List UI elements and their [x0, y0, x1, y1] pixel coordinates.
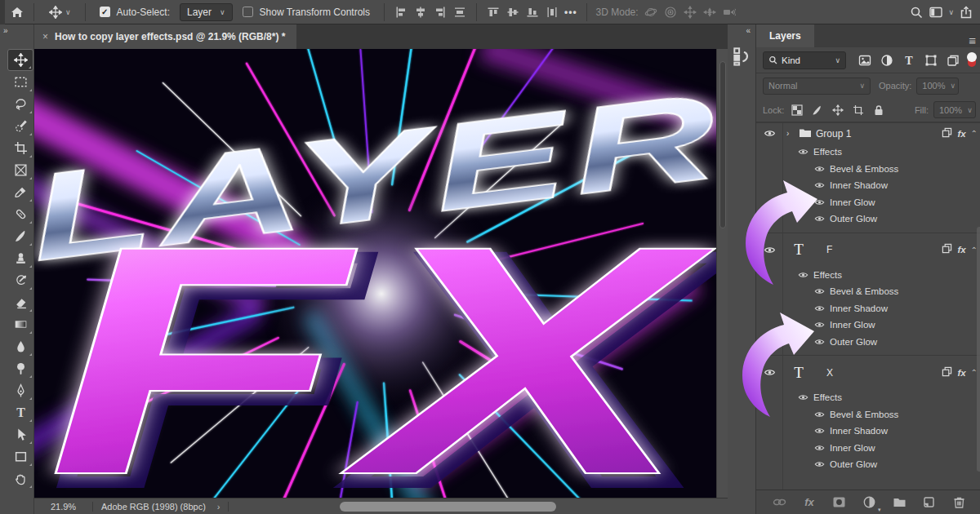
lock-position-icon[interactable]: [830, 104, 845, 116]
crop-tool[interactable]: [7, 137, 33, 159]
adjustment-layer-icon[interactable]: ▾: [859, 494, 879, 512]
auto-select-target-dropdown[interactable]: Layer ∨: [180, 3, 233, 21]
visibility-eye-icon[interactable]: [813, 444, 825, 452]
workspace-switcher-icon[interactable]: [929, 5, 943, 20]
panel-menu-icon[interactable]: ≡: [962, 33, 980, 47]
healing-brush-tool[interactable]: [7, 203, 33, 225]
visibility-eye-icon[interactable]: [813, 198, 825, 206]
home-icon[interactable]: [10, 5, 24, 20]
hand-tool[interactable]: [7, 467, 33, 490]
layer-row-x[interactable]: T X fx ⌃: [756, 355, 980, 389]
effect-row[interactable]: Outer Glow: [756, 334, 980, 351]
layer-name[interactable]: F: [826, 244, 832, 255]
document-vertical-scrollbar[interactable]: [716, 49, 728, 498]
group-expand-icon[interactable]: ›: [786, 129, 795, 138]
layer-name[interactable]: Group 1: [816, 128, 851, 140]
layers-panel-tab[interactable]: Layers: [756, 24, 814, 47]
visibility-eye-icon[interactable]: [813, 410, 825, 419]
visibility-eye-icon[interactable]: [813, 460, 825, 468]
close-icon[interactable]: ×: [42, 31, 48, 42]
link-layers-icon[interactable]: [769, 494, 789, 512]
vertical-scroll-thumb[interactable]: [719, 61, 726, 228]
new-group-icon[interactable]: [889, 494, 909, 512]
align-center-h-icon[interactable]: [413, 5, 428, 20]
eraser-tool[interactable]: [7, 291, 33, 313]
distribute-h-icon[interactable]: [452, 5, 467, 20]
align-bottom-icon[interactable]: [525, 5, 540, 20]
search-icon[interactable]: [909, 5, 924, 20]
share-icon[interactable]: [959, 5, 973, 20]
lock-artboard-icon[interactable]: [850, 104, 866, 116]
visibility-eye-icon[interactable]: [797, 148, 808, 156]
layer-row-f[interactable]: T F fx ⌃: [756, 233, 980, 267]
layer-name[interactable]: X: [826, 367, 833, 379]
move-tool[interactable]: [7, 49, 33, 71]
delete-layer-icon[interactable]: [950, 494, 969, 512]
effect-row[interactable]: Inner Glow: [756, 194, 980, 211]
layer-row-group1[interactable]: › Group 1 fx ⌃: [756, 122, 980, 144]
marquee-tool[interactable]: [7, 71, 33, 93]
tools-collapse-icon[interactable]: »: [0, 24, 33, 36]
visibility-eye-icon[interactable]: [813, 181, 825, 189]
quick-selection-tool[interactable]: [7, 115, 33, 137]
horizontal-scroll-thumb[interactable]: [340, 502, 556, 512]
align-center-v-icon[interactable]: [506, 5, 520, 20]
color-profile[interactable]: Adobe RGB (1998) (8bpc) ›: [93, 502, 229, 512]
filter-type-layers-icon[interactable]: T: [900, 52, 917, 69]
visibility-eye-icon[interactable]: [813, 304, 825, 312]
effect-row[interactable]: Inner Shadow: [756, 177, 980, 194]
visibility-eye-icon[interactable]: [813, 165, 825, 173]
type-layer-thumbnail[interactable]: T: [786, 364, 811, 382]
show-transform-checkbox[interactable]: Show Transform Controls: [238, 5, 375, 20]
path-selection-tool[interactable]: [7, 423, 33, 445]
visibility-eye-icon[interactable]: [813, 338, 825, 346]
document-tab[interactable]: × How to copy layer effects.psd @ 21.9% …: [34, 24, 296, 49]
lock-all-icon[interactable]: [871, 104, 886, 116]
effects-header-row[interactable]: Effects: [756, 267, 980, 284]
type-tool[interactable]: T: [7, 401, 33, 423]
visibility-eye-icon[interactable]: [756, 246, 782, 255]
effect-row[interactable]: Bevel & Emboss: [756, 283, 980, 300]
canvas-viewport[interactable]: LAYER FX FX: [34, 49, 728, 498]
lock-transparency-icon[interactable]: [789, 104, 804, 116]
fill-field[interactable]: 100% ∨: [933, 101, 976, 118]
align-right-icon[interactable]: [433, 5, 448, 20]
visibility-eye-icon[interactable]: [756, 129, 782, 138]
visibility-eye-icon[interactable]: [756, 368, 782, 377]
visibility-eye-icon[interactable]: [797, 271, 808, 279]
dock-collapse-icon[interactable]: «: [728, 24, 755, 37]
effect-row[interactable]: Outer Glow: [756, 210, 980, 228]
history-brush-tool[interactable]: [7, 269, 33, 291]
filter-toggle-switch[interactable]: [968, 53, 976, 67]
visibility-eye-icon[interactable]: [813, 321, 825, 329]
clone-stamp-tool[interactable]: [7, 247, 33, 269]
filter-shape-layers-icon[interactable]: [922, 52, 939, 69]
zoom-level[interactable]: 21.9%: [34, 502, 93, 512]
auto-select-checkbox[interactable]: ✓ Auto-Select:: [95, 5, 175, 20]
lock-pixels-icon[interactable]: [809, 104, 825, 116]
eyedropper-tool[interactable]: [7, 181, 33, 203]
frame-tool[interactable]: [7, 159, 33, 181]
effect-row[interactable]: Inner Shadow: [756, 300, 980, 317]
fx-badge[interactable]: fx: [957, 129, 965, 139]
new-layer-icon[interactable]: [920, 494, 939, 512]
align-top-icon[interactable]: [486, 5, 501, 20]
effect-row[interactable]: Inner Shadow: [756, 423, 980, 440]
add-layer-style-icon[interactable]: fx: [800, 494, 819, 512]
lasso-tool[interactable]: [7, 93, 33, 115]
type-layer-thumbnail[interactable]: T: [786, 241, 811, 259]
opacity-field[interactable]: 100% ∨: [916, 78, 959, 95]
distribute-v-icon[interactable]: [545, 5, 559, 20]
filter-smart-objects-icon[interactable]: [944, 52, 961, 69]
pen-tool[interactable]: [7, 379, 33, 401]
chevron-down-icon[interactable]: ∨: [948, 8, 954, 16]
effect-row[interactable]: Outer Glow: [756, 456, 980, 473]
visibility-eye-icon[interactable]: [813, 287, 825, 295]
collapse-effects-icon[interactable]: ⌃: [971, 129, 978, 138]
rectangle-tool[interactable]: [7, 445, 33, 467]
visibility-eye-icon[interactable]: [813, 427, 825, 435]
effect-row[interactable]: Bevel & Emboss: [756, 406, 980, 423]
effect-row[interactable]: Bevel & Emboss: [756, 161, 980, 178]
visibility-eye-icon[interactable]: [813, 215, 825, 223]
fx-badge[interactable]: fx: [957, 368, 965, 378]
